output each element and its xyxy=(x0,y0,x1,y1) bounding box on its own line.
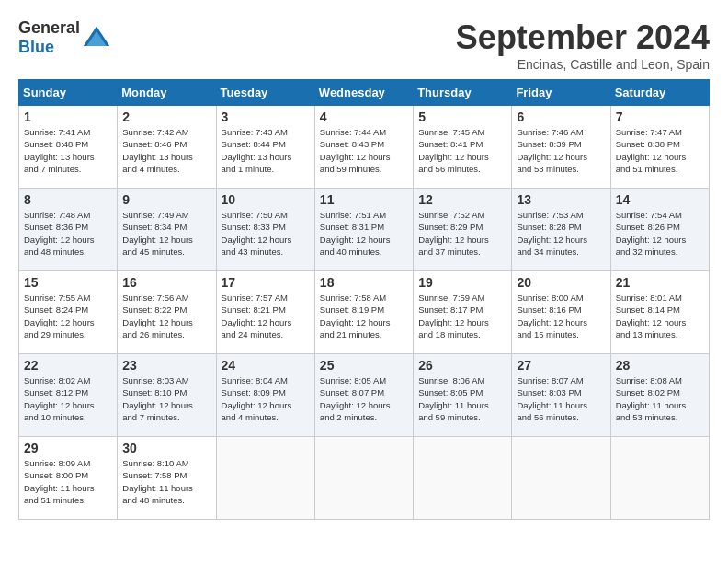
day-info: Sunrise: 8:01 AM Sunset: 8:14 PM Dayligh… xyxy=(616,292,704,340)
day-info: Sunrise: 7:55 AM Sunset: 8:24 PM Dayligh… xyxy=(24,292,112,340)
day-info: Sunrise: 7:46 AM Sunset: 8:39 PM Dayligh… xyxy=(517,126,605,175)
day-info: Sunrise: 7:53 AM Sunset: 8:28 PM Dayligh… xyxy=(517,209,605,258)
day-info: Sunrise: 7:47 AM Sunset: 8:38 PM Dayligh… xyxy=(616,126,704,175)
day-number: 7 xyxy=(616,109,704,124)
table-row xyxy=(512,437,610,520)
day-info: Sunrise: 7:54 AM Sunset: 8:26 PM Dayligh… xyxy=(616,209,704,258)
table-row: 8Sunrise: 7:48 AM Sunset: 8:36 PM Daylig… xyxy=(19,189,118,271)
day-info: Sunrise: 8:05 AM Sunset: 8:07 PM Dayligh… xyxy=(320,374,408,423)
day-number: 20 xyxy=(517,275,605,290)
day-number: 24 xyxy=(222,358,310,373)
header-monday: Monday xyxy=(118,80,216,106)
day-number: 3 xyxy=(222,109,310,124)
day-number: 9 xyxy=(122,192,210,207)
logo: General Blue xyxy=(18,18,111,57)
day-info: Sunrise: 7:48 AM Sunset: 8:36 PM Dayligh… xyxy=(24,209,112,258)
table-row: 29Sunrise: 8:09 AM Sunset: 8:00 PM Dayli… xyxy=(19,437,118,520)
day-info: Sunrise: 7:56 AM Sunset: 8:22 PM Dayligh… xyxy=(122,292,210,340)
day-number: 26 xyxy=(418,358,506,373)
title-area: September 2024 Encinas, Castille and Leo… xyxy=(456,18,710,72)
header-sunday: Sunday xyxy=(19,80,118,106)
table-row xyxy=(610,437,709,520)
day-number: 29 xyxy=(24,441,112,455)
logo-icon xyxy=(82,23,111,52)
day-info: Sunrise: 7:58 AM Sunset: 8:19 PM Dayligh… xyxy=(320,292,408,340)
header-tuesday: Tuesday xyxy=(216,80,314,106)
table-row: 16Sunrise: 7:56 AM Sunset: 8:22 PM Dayli… xyxy=(118,271,216,354)
day-number: 16 xyxy=(122,275,210,290)
day-number: 14 xyxy=(616,192,704,207)
table-row: 17Sunrise: 7:57 AM Sunset: 8:21 PM Dayli… xyxy=(216,271,314,354)
day-info: Sunrise: 7:57 AM Sunset: 8:21 PM Dayligh… xyxy=(222,292,310,340)
table-row: 1Sunrise: 7:41 AM Sunset: 8:48 PM Daylig… xyxy=(19,106,118,189)
day-info: Sunrise: 7:43 AM Sunset: 8:44 PM Dayligh… xyxy=(222,126,310,175)
day-info: Sunrise: 8:02 AM Sunset: 8:12 PM Dayligh… xyxy=(24,374,112,423)
table-row: 24Sunrise: 8:04 AM Sunset: 8:09 PM Dayli… xyxy=(216,354,314,437)
calendar-week-1: 1Sunrise: 7:41 AM Sunset: 8:48 PM Daylig… xyxy=(19,106,710,189)
table-row xyxy=(314,437,413,520)
table-row: 10Sunrise: 7:50 AM Sunset: 8:33 PM Dayli… xyxy=(216,189,314,271)
day-number: 17 xyxy=(222,275,310,290)
day-number: 15 xyxy=(24,275,112,290)
table-row xyxy=(414,437,512,520)
day-number: 12 xyxy=(418,192,506,207)
day-info: Sunrise: 7:45 AM Sunset: 8:41 PM Dayligh… xyxy=(418,126,506,175)
table-row: 3Sunrise: 7:43 AM Sunset: 8:44 PM Daylig… xyxy=(216,106,314,189)
table-row: 30Sunrise: 8:10 AM Sunset: 7:58 PM Dayli… xyxy=(118,437,216,520)
table-row: 11Sunrise: 7:51 AM Sunset: 8:31 PM Dayli… xyxy=(314,189,413,271)
day-number: 27 xyxy=(517,358,605,373)
month-title: September 2024 xyxy=(456,18,710,57)
day-number: 28 xyxy=(616,358,704,373)
day-number: 18 xyxy=(320,275,408,290)
day-info: Sunrise: 8:07 AM Sunset: 8:03 PM Dayligh… xyxy=(517,374,605,423)
calendar-week-3: 15Sunrise: 7:55 AM Sunset: 8:24 PM Dayli… xyxy=(19,271,710,354)
day-info: Sunrise: 7:50 AM Sunset: 8:33 PM Dayligh… xyxy=(222,209,310,258)
day-number: 22 xyxy=(24,358,112,373)
day-info: Sunrise: 7:49 AM Sunset: 8:34 PM Dayligh… xyxy=(122,209,210,258)
day-info: Sunrise: 7:52 AM Sunset: 8:29 PM Dayligh… xyxy=(418,209,506,258)
table-row: 23Sunrise: 8:03 AM Sunset: 8:10 PM Dayli… xyxy=(118,354,216,437)
table-row: 18Sunrise: 7:58 AM Sunset: 8:19 PM Dayli… xyxy=(314,271,413,354)
header-friday: Friday xyxy=(512,80,610,106)
day-number: 6 xyxy=(517,109,605,124)
day-number: 11 xyxy=(320,192,408,207)
table-row: 28Sunrise: 8:08 AM Sunset: 8:02 PM Dayli… xyxy=(610,354,709,437)
table-row: 4Sunrise: 7:44 AM Sunset: 8:43 PM Daylig… xyxy=(314,106,413,189)
day-number: 30 xyxy=(122,441,210,455)
day-info: Sunrise: 8:00 AM Sunset: 8:16 PM Dayligh… xyxy=(517,292,605,340)
table-row: 22Sunrise: 8:02 AM Sunset: 8:12 PM Dayli… xyxy=(19,354,118,437)
header-row: Sunday Monday Tuesday Wednesday Thursday… xyxy=(19,80,710,106)
day-number: 10 xyxy=(222,192,310,207)
day-info: Sunrise: 8:08 AM Sunset: 8:02 PM Dayligh… xyxy=(616,374,704,423)
table-row xyxy=(216,437,314,520)
calendar-week-5: 29Sunrise: 8:09 AM Sunset: 8:00 PM Dayli… xyxy=(19,437,710,520)
table-row: 20Sunrise: 8:00 AM Sunset: 8:16 PM Dayli… xyxy=(512,271,610,354)
table-row: 6Sunrise: 7:46 AM Sunset: 8:39 PM Daylig… xyxy=(512,106,610,189)
day-number: 21 xyxy=(616,275,704,290)
table-row: 9Sunrise: 7:49 AM Sunset: 8:34 PM Daylig… xyxy=(118,189,216,271)
logo-blue-text: Blue xyxy=(18,38,54,56)
day-info: Sunrise: 8:06 AM Sunset: 8:05 PM Dayligh… xyxy=(418,374,506,423)
table-row: 19Sunrise: 7:59 AM Sunset: 8:17 PM Dayli… xyxy=(414,271,512,354)
day-info: Sunrise: 7:51 AM Sunset: 8:31 PM Dayligh… xyxy=(320,209,408,258)
table-row: 12Sunrise: 7:52 AM Sunset: 8:29 PM Dayli… xyxy=(414,189,512,271)
table-row: 25Sunrise: 8:05 AM Sunset: 8:07 PM Dayli… xyxy=(314,354,413,437)
table-row: 15Sunrise: 7:55 AM Sunset: 8:24 PM Dayli… xyxy=(19,271,118,354)
calendar-week-4: 22Sunrise: 8:02 AM Sunset: 8:12 PM Dayli… xyxy=(19,354,710,437)
day-info: Sunrise: 8:10 AM Sunset: 7:58 PM Dayligh… xyxy=(122,457,210,506)
table-row: 14Sunrise: 7:54 AM Sunset: 8:26 PM Dayli… xyxy=(610,189,709,271)
day-number: 8 xyxy=(24,192,112,207)
day-number: 1 xyxy=(24,109,112,124)
table-row: 27Sunrise: 8:07 AM Sunset: 8:03 PM Dayli… xyxy=(512,354,610,437)
day-info: Sunrise: 8:03 AM Sunset: 8:10 PM Dayligh… xyxy=(122,374,210,423)
location-subtitle: Encinas, Castille and Leon, Spain xyxy=(456,57,710,72)
table-row: 13Sunrise: 7:53 AM Sunset: 8:28 PM Dayli… xyxy=(512,189,610,271)
day-number: 25 xyxy=(320,358,408,373)
day-number: 13 xyxy=(517,192,605,207)
day-number: 23 xyxy=(122,358,210,373)
day-info: Sunrise: 7:59 AM Sunset: 8:17 PM Dayligh… xyxy=(418,292,506,340)
day-info: Sunrise: 7:44 AM Sunset: 8:43 PM Dayligh… xyxy=(320,126,408,175)
table-row: 7Sunrise: 7:47 AM Sunset: 8:38 PM Daylig… xyxy=(610,106,709,189)
logo-general-text: General xyxy=(18,18,80,37)
day-info: Sunrise: 8:04 AM Sunset: 8:09 PM Dayligh… xyxy=(222,374,310,423)
